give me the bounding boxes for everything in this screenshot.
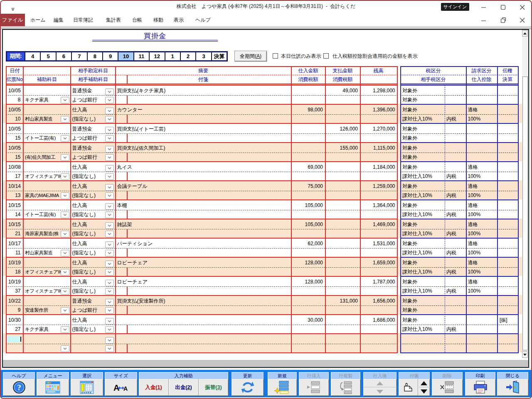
cell-counter-sub-account[interactable]: よつば銀行 — [72, 96, 106, 103]
cell-description[interactable]: パーティション — [117, 239, 283, 248]
cell-sub-account[interactable]: イトー工芸(有) — [25, 211, 61, 218]
cell-tax-class[interactable]: 対象外 — [402, 163, 444, 172]
period-cell-11[interactable]: 11 — [133, 52, 149, 60]
all-period-button[interactable]: 全期間(A) — [234, 51, 267, 62]
period-cell-4[interactable]: 4 — [25, 52, 40, 60]
cell-counter-sub-account[interactable]: (指定なし) — [72, 287, 106, 295]
cell-counter-sub-account[interactable]: よつば銀行 — [72, 153, 106, 161]
cell-payment-amount[interactable] — [326, 277, 358, 286]
cell-purchase-amount[interactable]: 75,000 — [291, 182, 323, 191]
cell-counter-account[interactable]: 普通預金 — [72, 86, 106, 95]
cell-date[interactable]: 10/19 — [8, 258, 22, 267]
cell-slip-type[interactable] — [500, 239, 517, 248]
dropdown-button[interactable] — [61, 345, 69, 352]
dropdown-button[interactable] — [105, 337, 114, 344]
select-button[interactable] — [71, 379, 103, 396]
cell-counter-sub-account[interactable]: (指定なし) — [72, 172, 106, 180]
cell-balance[interactable]: 1,469,000 — [360, 220, 395, 229]
cell-invoice-class[interactable]: 適格 — [468, 105, 496, 114]
scroll-down-button[interactable] — [522, 351, 528, 358]
cell-tax-included[interactable] — [446, 306, 465, 314]
cell-slip-type[interactable] — [500, 182, 517, 191]
cell-purchase-amount[interactable] — [291, 296, 323, 305]
cell-deduction-rate[interactable]: 100% — [468, 268, 496, 276]
cell-description[interactable]: 買掛支払(イトー工芸) — [117, 124, 283, 133]
cell-counter-tax-class[interactable]: 課対仕入10% — [402, 211, 444, 218]
dropdown-button[interactable] — [105, 135, 114, 142]
cell-sub-account[interactable]: イトー工芸(有) — [25, 134, 61, 142]
cell-date[interactable]: 10/15 — [8, 201, 22, 210]
cell-counter-account[interactable]: 仕入高 — [72, 258, 106, 267]
cell-tax-class[interactable]: 対象外 — [402, 239, 444, 248]
cell-slip-type[interactable] — [500, 277, 517, 286]
cell-tax-included[interactable]: 内税 — [446, 325, 465, 333]
cell-tax-class[interactable]: 対象外 — [402, 277, 444, 286]
cell-sub-account[interactable] — [25, 345, 61, 352]
cell-balance[interactable]: 1,115,000 — [360, 143, 395, 153]
cell-tax-class[interactable]: 対象外 — [402, 143, 444, 153]
cell-description[interactable]: カウンター — [117, 105, 283, 114]
cell-slip-type[interactable] — [500, 163, 517, 172]
cell-invoice-class[interactable] — [468, 315, 496, 325]
dropdown-button[interactable] — [61, 288, 69, 295]
dropdown-button[interactable] — [61, 116, 69, 123]
dropdown-button[interactable] — [61, 173, 69, 180]
cell-payment-amount[interactable]: 126,000 — [326, 124, 358, 133]
cell-purchase-amount[interactable]: 69,000 — [291, 163, 323, 172]
period-cell-3[interactable]: 3 — [195, 52, 211, 60]
cell-counter-account[interactable]: 仕入高 — [72, 105, 106, 114]
cell-purchase-amount[interactable] — [291, 143, 323, 153]
withdraw-button[interactable]: 出金(2) — [168, 379, 198, 396]
cell-sub-account[interactable]: 家具のMAEJIMA — [25, 192, 61, 199]
cell-tax-included[interactable] — [446, 153, 465, 161]
cell-sub-account[interactable]: 村山家具製造 — [25, 249, 61, 256]
cell-counter-tax-class[interactable]: 課対仕入10% — [402, 172, 444, 180]
cell-tax-included[interactable] — [446, 96, 465, 103]
cell-tax-class[interactable]: 対象外 — [402, 315, 444, 325]
dropdown-button[interactable] — [61, 269, 69, 276]
dropdown-button[interactable] — [105, 318, 114, 325]
cell-tax-class[interactable] — [402, 335, 444, 344]
cell-payment-amount[interactable] — [326, 335, 358, 344]
new-button[interactable] — [268, 379, 297, 396]
cell-counter-tax-class[interactable]: 対象外 — [402, 96, 444, 103]
cell-balance[interactable]: 1,396,000 — [360, 105, 395, 114]
cell-counter-sub-account[interactable]: よつば銀行 — [72, 306, 106, 314]
cell-counter-account[interactable] — [72, 335, 106, 344]
cell-balance[interactable]: 1,184,000 — [360, 163, 395, 172]
period-cell-1[interactable]: 1 — [165, 52, 180, 60]
cell-deduction-rate[interactable]: 100% — [468, 192, 496, 199]
dropdown-button[interactable] — [105, 231, 114, 237]
cell-description[interactable]: 本棚 — [117, 201, 283, 210]
cell-counter-tax-class[interactable]: 課対仕入10% — [402, 325, 444, 333]
dropdown-button[interactable] — [61, 307, 69, 314]
cell-slip-type[interactable] — [500, 258, 517, 267]
cell-sub-account[interactable]: 海原家具製造(株 — [25, 230, 61, 237]
cell-deduction-rate[interactable] — [468, 153, 496, 161]
cell-payment-amount[interactable]: 131,000 — [326, 296, 358, 305]
cell-counter-sub-account[interactable]: よつば銀行 — [72, 134, 106, 142]
cell-tax-class[interactable]: 対象外 — [402, 296, 444, 305]
cell-date[interactable]: 10/14 — [8, 182, 22, 191]
dropdown-button[interactable] — [105, 97, 114, 103]
cell-counter-tax-class[interactable] — [402, 345, 444, 352]
cell-tax-included[interactable] — [446, 345, 465, 352]
cell-tax-class[interactable]: 対象外 — [402, 105, 444, 114]
transfer-button[interactable]: 振替(3) — [198, 379, 228, 396]
close-window-button[interactable] — [497, 379, 528, 396]
cell-date[interactable]: 10/22 — [8, 296, 22, 305]
cell-deduction-rate[interactable] — [468, 325, 496, 333]
cell-tax-included[interactable]: 内税 — [446, 268, 465, 276]
today-only-checkbox[interactable] — [273, 53, 278, 59]
cell-counter-account[interactable]: 普通預金 — [72, 124, 106, 133]
period-cell-7[interactable]: 7 — [71, 52, 86, 60]
cell-voucher-no[interactable]: 21 — [6, 230, 21, 237]
cell-description[interactable] — [117, 315, 283, 325]
cell-invoice-class[interactable] — [468, 296, 496, 305]
dropdown-button[interactable] — [105, 154, 114, 161]
cell-description[interactable]: 買掛支払(佐久間加工) — [117, 143, 283, 153]
cell-date[interactable]: 10/05 — [8, 105, 22, 114]
cell-counter-account[interactable]: 仕入高 — [72, 163, 106, 172]
cell-counter-sub-account[interactable]: (指定なし) — [72, 249, 106, 256]
dropdown-button[interactable] — [105, 299, 114, 305]
